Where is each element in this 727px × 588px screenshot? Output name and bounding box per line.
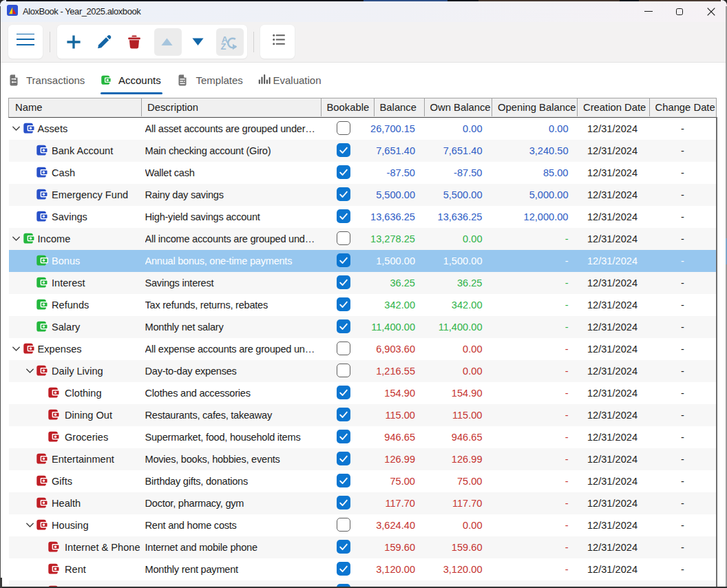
- svg-text:Z: Z: [221, 41, 226, 52]
